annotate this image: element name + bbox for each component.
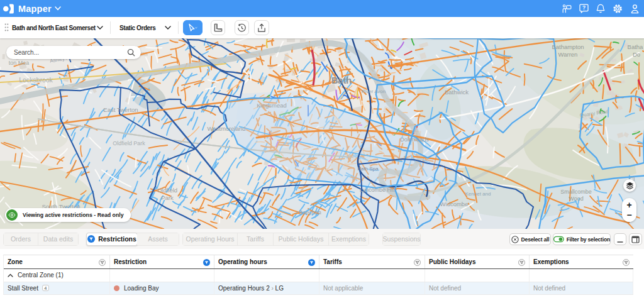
svg-text:Lyncombe Hill: Lyncombe Hill [360, 187, 395, 193]
svg-text:Do: Do [633, 51, 640, 58]
svg-text:Kennet and: Kennet and [465, 191, 491, 197]
svg-text:Bathwick: Bathwick [445, 89, 469, 96]
svg-text:Warren: Warren [558, 51, 578, 58]
svg-text:Bathampton: Bathampton [552, 43, 584, 50]
svg-text:Smallcombe: Smallcombe [560, 189, 592, 195]
svg-text:ton Mea: ton Mea [9, 60, 30, 66]
svg-text:?: ? [582, 4, 586, 11]
svg-text:East Twerton: East Twerton [103, 106, 138, 113]
svg-text:Kingsmead: Kingsmead [257, 102, 287, 109]
svg-text:Westmoreland: Westmoreland [207, 125, 245, 132]
svg-text:Oldfield: Oldfield [157, 187, 177, 194]
svg-text:Dolemeads: Dolemeads [400, 136, 429, 143]
svg-text:Bath: Bath [331, 75, 352, 86]
svg-text:Bath Spa: Bath Spa [358, 166, 379, 172]
svg-text:Park: Park [161, 194, 174, 201]
svg-text:Widcombe: Widcombe [440, 201, 469, 207]
svg-text:River Avon: River Avon [362, 89, 386, 94]
svg-text:Batha: Batha [628, 43, 644, 50]
svg-text:Wood: Wood [569, 196, 583, 202]
svg-text:Oldfield Park: Oldfield Park [113, 140, 145, 146]
svg-text:Locksbrook: Locksbrook [19, 76, 53, 84]
svg-text:Beechan: Beechan [299, 209, 321, 216]
